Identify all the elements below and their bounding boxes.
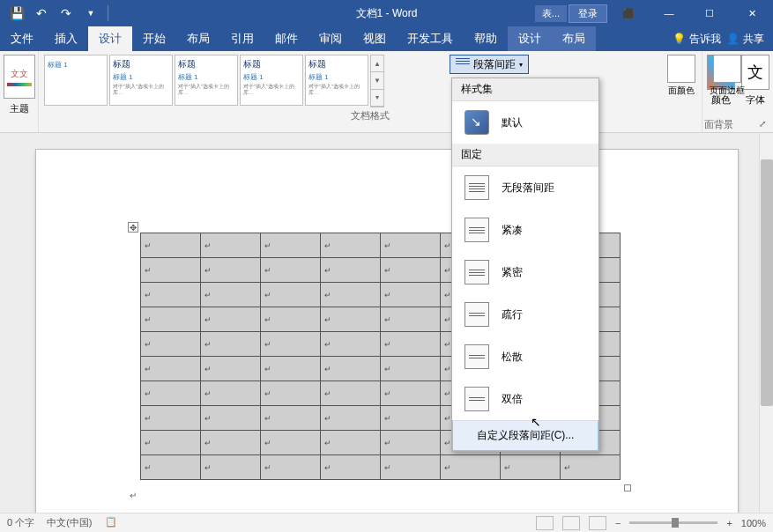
- style-item-2[interactable]: 标题 标题 1 对于"插入"选项卡上的库…: [175, 55, 238, 106]
- table-cell[interactable]: ↵: [261, 431, 321, 455]
- zoom-in-button[interactable]: +: [726, 518, 732, 528]
- tab-references[interactable]: 引用: [220, 26, 264, 51]
- style-item-4[interactable]: 标题 标题 1 对于"插入"选项卡上的库…: [305, 55, 368, 106]
- table-cell[interactable]: ↵: [141, 406, 201, 431]
- qat-more-button[interactable]: ▼: [79, 2, 102, 25]
- close-button[interactable]: ✕: [731, 1, 773, 26]
- spacing-double-item[interactable]: 双倍: [452, 378, 598, 420]
- tab-design[interactable]: 设计: [88, 26, 132, 51]
- table-cell[interactable]: ↵: [141, 357, 201, 381]
- vertical-scrollbar[interactable]: [759, 133, 773, 513]
- table-cell[interactable]: ↵: [201, 307, 261, 332]
- tab-layout[interactable]: 布局: [176, 26, 220, 51]
- tab-file[interactable]: 文件: [0, 26, 44, 51]
- table-cell[interactable]: ↵: [321, 357, 381, 381]
- table-cell[interactable]: ↵: [141, 258, 201, 283]
- style-item-3[interactable]: 标题 标题 1 对于"插入"选项卡上的库…: [240, 55, 303, 106]
- tab-devtools[interactable]: 开发工具: [397, 26, 464, 51]
- table-cell[interactable]: ↵: [261, 455, 321, 480]
- tab-insert[interactable]: 插入: [44, 26, 88, 51]
- table-cell[interactable]: ↵: [201, 381, 261, 406]
- tell-me-search[interactable]: 💡 告诉我: [673, 32, 721, 47]
- scroll-thumb[interactable]: [761, 159, 773, 406]
- gallery-more-icon[interactable]: ▾: [371, 90, 383, 107]
- tab-mail[interactable]: 邮件: [264, 26, 308, 51]
- table-cell[interactable]: ↵: [381, 283, 441, 307]
- table-cell[interactable]: ↵: [261, 332, 321, 357]
- gallery-down-icon[interactable]: ▼: [371, 72, 383, 89]
- table-cell[interactable]: ↵: [261, 258, 321, 283]
- tab-review[interactable]: 审阅: [308, 26, 353, 51]
- style-item-1[interactable]: 标题 标题 1 对于"插入"选项卡上的库…: [109, 55, 173, 106]
- page-border-button[interactable]: 页面边框: [708, 55, 747, 97]
- table-cell[interactable]: ↵: [201, 406, 261, 431]
- table-cell[interactable]: ↵: [141, 455, 201, 480]
- table-cell[interactable]: ↵: [381, 357, 441, 381]
- table-cell[interactable]: ↵: [201, 455, 261, 480]
- tab-table-design[interactable]: 设计: [508, 26, 552, 51]
- spacing-custom-item[interactable]: 自定义段落间距(C)...: [452, 420, 598, 451]
- language-status[interactable]: 中文(中国): [47, 516, 92, 529]
- table-cell[interactable]: ↵: [381, 332, 441, 357]
- table-cell[interactable]: ↵: [321, 332, 381, 357]
- table-cell[interactable]: ↵: [501, 455, 561, 480]
- table-cell[interactable]: ↵: [321, 455, 381, 480]
- table-cell[interactable]: ↵: [381, 406, 441, 431]
- table-cell[interactable]: ↵: [261, 381, 321, 406]
- table-cell[interactable]: ↵: [321, 406, 381, 431]
- tab-home[interactable]: 开始: [132, 26, 176, 51]
- table-cell[interactable]: ↵: [141, 381, 201, 406]
- spacing-none-item[interactable]: 无段落间距: [452, 166, 598, 209]
- table-cell[interactable]: ↵: [141, 307, 201, 332]
- table-cell[interactable]: ↵: [141, 233, 201, 258]
- word-count[interactable]: 0 个字: [7, 516, 34, 529]
- share-button[interactable]: 👤 共享: [726, 32, 764, 47]
- save-button[interactable]: 💾: [5, 2, 28, 25]
- web-layout-button[interactable]: [589, 516, 606, 530]
- print-layout-button[interactable]: [562, 516, 580, 530]
- table-cell[interactable]: ↵: [261, 307, 321, 332]
- table-row[interactable]: ↵↵↵↵↵↵↵↵: [141, 455, 621, 480]
- table-cell[interactable]: ↵: [381, 381, 441, 406]
- style-item-0[interactable]: 标题 1: [44, 55, 108, 106]
- table-cell[interactable]: ↵: [141, 283, 201, 307]
- table-cell[interactable]: ↵: [561, 455, 621, 480]
- tab-help[interactable]: 帮助: [464, 26, 508, 51]
- table-cell[interactable]: ↵: [201, 357, 261, 381]
- table-cell[interactable]: ↵: [381, 258, 441, 283]
- table-cell[interactable]: ↵: [321, 233, 381, 258]
- minimize-button[interactable]: —: [650, 1, 688, 26]
- table-cell[interactable]: ↵: [381, 307, 441, 332]
- read-mode-button[interactable]: [536, 516, 554, 530]
- redo-button[interactable]: ↷: [55, 2, 78, 25]
- table-cell[interactable]: ↵: [441, 455, 501, 480]
- table-cell[interactable]: ↵: [201, 283, 261, 307]
- table-cell[interactable]: ↵: [321, 431, 381, 455]
- page-color-button[interactable]: 面颜色: [662, 55, 701, 97]
- table-cell[interactable]: ↵: [321, 307, 381, 332]
- zoom-out-button[interactable]: −: [615, 518, 621, 528]
- spacing-default-item[interactable]: 默认: [452, 101, 598, 144]
- zoom-level[interactable]: 100%: [741, 518, 766, 528]
- table-cell[interactable]: ↵: [261, 233, 321, 258]
- table-cell[interactable]: ↵: [201, 332, 261, 357]
- collapse-ribbon-button[interactable]: ⤢: [759, 119, 766, 129]
- zoom-slider[interactable]: [629, 521, 717, 524]
- accessibility-icon[interactable]: 📋: [105, 516, 117, 529]
- tab-view[interactable]: 视图: [353, 26, 397, 51]
- paragraph-spacing-button[interactable]: 段落间距 ▾: [450, 55, 529, 74]
- page-canvas[interactable]: ✥ ↵↵↵↵↵↵↵↵↵↵↵↵↵↵↵↵↵↵↵↵↵↵↵↵↵↵↵↵↵↵↵↵↵↵↵↵↵↵…: [35, 149, 739, 513]
- table-cell[interactable]: ↵: [141, 332, 201, 357]
- table-cell[interactable]: ↵: [201, 233, 261, 258]
- table-cell[interactable]: ↵: [381, 455, 441, 480]
- table-cell[interactable]: ↵: [321, 283, 381, 307]
- table-cell[interactable]: ↵: [261, 283, 321, 307]
- spacing-compact-item[interactable]: 紧凑: [452, 209, 598, 251]
- themes-button[interactable]: 文文: [4, 55, 35, 99]
- spacing-loose-item[interactable]: 松散: [452, 336, 598, 378]
- tab-table-layout[interactable]: 布局: [552, 26, 596, 51]
- table-cell[interactable]: ↵: [321, 381, 381, 406]
- table-cell[interactable]: ↵: [261, 357, 321, 381]
- table-cell[interactable]: ↵: [201, 431, 261, 455]
- maximize-button[interactable]: ☐: [690, 1, 729, 26]
